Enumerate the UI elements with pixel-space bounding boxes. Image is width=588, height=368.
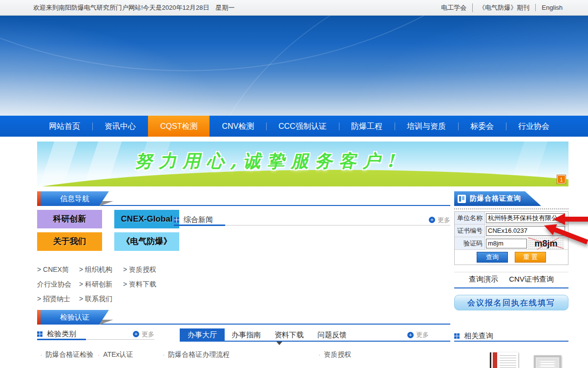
link-qualification[interactable]: > 资质授权 xyxy=(123,266,167,274)
form-row-captcha: 验证码 m8jm xyxy=(455,237,568,250)
info-nav-links: > CNEX简 > 组织机构 > 资质授权 介行业协会 > 科研创新 > 资料下… xyxy=(37,263,184,307)
categories-title: 检验类别 xyxy=(47,329,76,339)
reset-button[interactable]: 重 置 xyxy=(515,252,546,263)
nav-ccc[interactable]: CCC强制认证 xyxy=(266,116,339,137)
section-inspection: 检验认证 xyxy=(37,310,450,325)
link-research[interactable]: > 科研创新 xyxy=(79,280,123,289)
nav-engineering[interactable]: 防爆工程 xyxy=(339,116,395,137)
related-title: 相关查询 xyxy=(464,331,493,341)
tile-cnex-global[interactable]: CNEX-Global xyxy=(114,210,179,228)
bullet-icon: · xyxy=(40,351,42,358)
topbar-link-society[interactable]: 电工学会 xyxy=(435,3,472,12)
dotted-divider xyxy=(454,208,568,209)
news-more-link[interactable]: 更多 xyxy=(438,216,450,225)
link-cnex-intro[interactable]: > CNEX简 xyxy=(37,266,79,274)
service-tabs: 办事大厅 办事指南 资料下载 问题反馈 更多 xyxy=(180,329,450,342)
nav-association[interactable]: 行业协会 xyxy=(506,116,562,137)
header-underline xyxy=(37,339,86,340)
nav-cnv[interactable]: CNV检测 xyxy=(210,116,266,137)
captcha-input[interactable] xyxy=(486,239,527,248)
cert-query-panel: 防爆合格证查询 单位名称 证书编号 验证码 m8jm xyxy=(454,191,568,310)
captcha-image[interactable]: m8jm xyxy=(528,238,564,249)
page: 欢迎来到南阳防爆电气研究所门户网站!今天是2020年12月28日 星期一 电工学… xyxy=(0,0,588,368)
link-industry-assoc[interactable]: 介行业协会 xyxy=(37,280,79,289)
section-accent xyxy=(37,310,41,325)
link-row: > CNEX简 > 组织机构 > 资质授权 xyxy=(37,263,184,277)
cert-query-title: 防爆合格证查询 xyxy=(470,194,521,203)
tab-service-hall[interactable]: 办事大厅 xyxy=(180,328,225,341)
section-info-nav-tab[interactable]: 信息导航 xyxy=(41,191,109,206)
service-more-link[interactable]: 更多 xyxy=(416,330,429,339)
nav-cqst[interactable]: CQST检测 xyxy=(148,116,210,137)
certificate-image-2[interactable] xyxy=(534,355,561,368)
tile-about-us[interactable]: 关于我们 xyxy=(37,232,102,251)
nav-committee[interactable]: 标委会 xyxy=(458,116,506,137)
query-button[interactable]: 查询 xyxy=(477,252,508,263)
query-demo-link[interactable]: 查询演示 xyxy=(469,275,498,283)
topbar-link-journal[interactable]: 《电气防爆》期刊 xyxy=(472,3,535,12)
plus-icon xyxy=(429,217,435,223)
link-atex-cert[interactable]: ·ATEx认证 xyxy=(98,350,133,359)
topbar-link-english[interactable]: English xyxy=(535,4,568,11)
tab-pointer-icon xyxy=(276,342,282,345)
company-label: 单位名称 xyxy=(455,212,485,224)
link-organization[interactable]: > 组织机构 xyxy=(79,266,123,274)
link-downloads[interactable]: > 资料下载 xyxy=(123,280,167,289)
section-info-nav: 信息导航 xyxy=(37,191,450,206)
tile-research[interactable]: 科研创新 xyxy=(37,210,102,228)
tab-downloads[interactable]: 资料下载 xyxy=(268,328,311,341)
shortcut-tiles: 科研创新 CNEX-Global 关于我们 《电气防爆》 xyxy=(37,210,184,251)
hero-banner xyxy=(0,16,588,116)
arrow-shaft xyxy=(564,217,588,222)
categories-more-link[interactable]: 更多 xyxy=(142,330,154,339)
red-arrow-company-icon xyxy=(553,213,588,225)
grid-icon xyxy=(37,331,42,337)
link-explosion-cert-inspection[interactable]: ·防爆合格证检验 xyxy=(40,350,93,359)
cert-query-titlebar: 防爆合格证查询 xyxy=(454,191,568,206)
link-contact[interactable]: > 联系我们 xyxy=(79,295,123,304)
news-header: 综合新闻 更多 xyxy=(174,215,450,225)
tab-guide[interactable]: 办事指南 xyxy=(225,328,268,341)
grid-icon xyxy=(454,333,460,339)
banner-page-indicator[interactable]: 1 xyxy=(557,175,566,184)
section-inspection-tab[interactable]: 检验认证 xyxy=(41,310,109,325)
content: 努力用心,诚挚服务客户! 1 信息导航 科研创新 CNEX-Global 关于我… xyxy=(37,142,568,368)
categories-header: 检验类别 更多 xyxy=(37,329,154,340)
banner-slogan: 努力用心,诚挚服务客户! xyxy=(135,149,400,173)
section-accent xyxy=(37,191,41,206)
query-demo-row: 查询演示 CNV证书查询 xyxy=(454,272,568,288)
nav-news-center[interactable]: 资讯中心 xyxy=(92,116,148,137)
link-row: 介行业协会 > 科研创新 > 资料下载 xyxy=(37,277,184,292)
topbar: 欢迎来到南阳防爆电气研究所门户网站!今天是2020年12月28日 星期一 电工学… xyxy=(0,0,588,16)
cert-query-title-tab: 防爆合格证查询 xyxy=(454,191,541,206)
link-cert-process[interactable]: ·防爆合格证办理流程 xyxy=(163,350,230,359)
cert-query-form: 单位名称 证书编号 验证码 m8jm 查询 重 置 xyxy=(454,211,568,265)
nav-home[interactable]: 网站首页 xyxy=(37,116,92,137)
link-recruit[interactable]: > 招贤纳士 xyxy=(37,295,79,304)
certificate-image-1[interactable] xyxy=(490,352,518,368)
tab-feedback[interactable]: 问题反馈 xyxy=(311,328,354,341)
topbar-links: 电工学会 《电气防爆》期刊 English xyxy=(435,3,568,12)
bullet-icon: · xyxy=(318,351,320,358)
plus-icon xyxy=(133,331,139,337)
header-underline xyxy=(174,225,225,226)
nav-training[interactable]: 培训与资质 xyxy=(395,116,458,137)
form-buttons: 查询 重 置 xyxy=(455,250,568,265)
meeting-signup-button[interactable]: 会议报名回执在线填写 xyxy=(454,295,568,310)
news-title: 综合新闻 xyxy=(184,215,213,225)
cert-no-label: 证书编号 xyxy=(455,225,485,237)
slogan-banner[interactable]: 努力用心,诚挚服务客户! 1 xyxy=(37,142,568,186)
link-qualification-auth[interactable]: ·资质授权 xyxy=(318,350,351,359)
grid-icon xyxy=(174,217,179,223)
plus-icon xyxy=(407,332,414,338)
bullet-icon: · xyxy=(163,351,165,358)
welcome-text: 欢迎来到南阳防爆电气研究所门户网站!今天是2020年12月28日 星期一 xyxy=(33,3,234,12)
captcha-label: 验证码 xyxy=(455,237,485,249)
banner-streak xyxy=(37,142,85,186)
link-row: > 招贤纳士 > 联系我们 xyxy=(37,292,184,307)
main-nav: 网站首页 资讯中心 CQST检测 CNV检测 CCC强制认证 防爆工程 培训与资… xyxy=(0,116,588,137)
related-header: 相关查询 xyxy=(454,331,568,342)
cnv-cert-query-link[interactable]: CNV证书查询 xyxy=(509,275,554,283)
bullet-icon: · xyxy=(98,351,100,358)
tile-journal[interactable]: 《电气防爆》 xyxy=(114,232,179,251)
